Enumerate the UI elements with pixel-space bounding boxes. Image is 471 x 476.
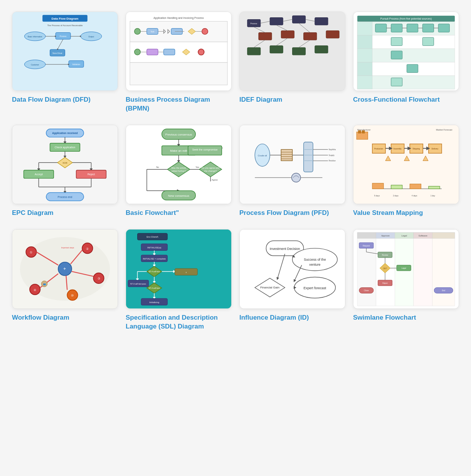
svg-rect-185 xyxy=(372,183,384,189)
card-influence[interactable]: Investment Decision Success of the ventu… xyxy=(239,229,345,331)
svg-text:INITIALISE = complete: INITIALISE = complete xyxy=(143,258,166,260)
card-label-dfd: Data Flow Diagram (DFD) xyxy=(12,96,118,104)
svg-rect-80 xyxy=(407,24,418,32)
card-label-vsm: Value Stream Mapping xyxy=(353,209,459,218)
card-pfd[interactable]: Crude oil Naphtha Supply Residue xyxy=(239,125,345,218)
svg-text:No: No xyxy=(156,166,159,168)
svg-text:Store Driver: Store Driver xyxy=(52,52,62,54)
svg-text:Pursuit Process (from five pot: Pursuit Process (from five potential sou… xyxy=(380,17,432,20)
svg-rect-24 xyxy=(130,62,227,85)
card-workflow[interactable]: ✈ ① ② ③ ⑩ ④ 👥 Important steps Workflow D… xyxy=(12,229,118,331)
svg-text:Market Forecast: Market Forecast xyxy=(436,129,452,131)
svg-rect-87 xyxy=(391,78,402,86)
svg-text:④: ④ xyxy=(34,288,36,292)
svg-rect-34 xyxy=(164,49,175,55)
svg-text:INITIALISE(a): INITIALISE(a) xyxy=(147,246,161,249)
svg-text:End: End xyxy=(442,290,445,292)
card-bpmn[interactable]: Application Handling and Invoicing Proce… xyxy=(126,12,232,113)
thumbnail-basic: Previous consensus Make an edit Implemen… xyxy=(126,125,232,204)
svg-rect-187 xyxy=(410,184,421,189)
svg-text:②: ② xyxy=(86,247,89,251)
svg-text:Production: Production xyxy=(374,148,384,150)
svg-rect-188 xyxy=(429,186,440,189)
svg-text:1 day: 1 day xyxy=(431,195,435,197)
card-label-sdl: Specification and Description Language (… xyxy=(126,313,232,331)
svg-text:Request: Request xyxy=(363,245,370,247)
svg-text:Agree: Agree xyxy=(212,179,218,181)
svg-text:Review: Review xyxy=(382,254,388,256)
card-basic[interactable]: Previous consensus Make an edit Implemen… xyxy=(126,125,232,218)
svg-point-31 xyxy=(202,28,208,35)
svg-text:venture: venture xyxy=(309,263,320,267)
svg-rect-47 xyxy=(315,18,328,25)
svg-rect-255 xyxy=(357,233,376,239)
svg-text:Shipping: Shipping xyxy=(412,148,420,150)
svg-rect-265 xyxy=(395,239,414,306)
svg-text:Output: Output xyxy=(88,36,94,38)
svg-text:Expert forecast: Expert forecast xyxy=(303,286,326,290)
card-idef[interactable]: Process IDEF Diagram xyxy=(239,12,345,113)
svg-text:Naphtha: Naphtha xyxy=(329,149,336,151)
svg-rect-266 xyxy=(414,239,432,306)
svg-text:Close: Close xyxy=(364,290,369,292)
svg-rect-186 xyxy=(391,185,402,189)
thumbnail-sdl: Env:ClientA INITIALISE(a) INITIALISE = c… xyxy=(126,229,232,308)
svg-text:Investment Decision: Investment Decision xyxy=(270,247,300,251)
card-label-idef: IDEF Diagram xyxy=(239,96,345,104)
svg-point-32 xyxy=(135,49,141,55)
svg-rect-51 xyxy=(326,31,339,38)
svg-text:👥: 👥 xyxy=(43,283,46,286)
card-label-bpmn: Business Process Diagram (BPMN) xyxy=(126,96,232,113)
svg-text:Software: Software xyxy=(419,235,427,237)
svg-text:NT-A self-test pass: NT-A self-test pass xyxy=(130,283,146,285)
svg-rect-267 xyxy=(432,239,455,306)
svg-text:NT-A self-test: NT-A self-test xyxy=(149,287,160,289)
svg-rect-74 xyxy=(357,35,372,49)
thumbnail-influence: Investment Decision Success of the ventu… xyxy=(239,229,345,308)
svg-rect-263 xyxy=(357,239,376,306)
svg-rect-48 xyxy=(259,32,272,40)
svg-rect-84 xyxy=(422,37,434,45)
diagram-grid: Data Flow Diagram The Process of Account… xyxy=(12,12,459,331)
svg-text:✈: ✈ xyxy=(64,267,67,271)
svg-text:Application received: Application received xyxy=(52,132,77,135)
svg-rect-46 xyxy=(293,16,306,23)
svg-text:OK?: OK? xyxy=(383,268,387,270)
svg-rect-154 xyxy=(304,142,313,172)
card-dfd[interactable]: Data Flow Diagram The Process of Account… xyxy=(12,12,118,113)
thumbnail-swimlane: Approve Legal Software Request Review OK… xyxy=(353,229,459,308)
card-epc[interactable]: Application received Check application X… xyxy=(12,125,118,218)
svg-text:Data Flow Diagram: Data Flow Diagram xyxy=(52,17,79,20)
svg-rect-144 xyxy=(240,125,345,204)
card-label-epc: EPC Diagram xyxy=(12,209,118,218)
svg-text:Validation: Validation xyxy=(72,64,80,65)
card-sdl[interactable]: Env:ClientA INITIALISE(a) INITIALISE = c… xyxy=(126,229,232,331)
card-label-swimlane: Swimlane Flowchart xyxy=(353,313,459,322)
svg-text:edited further?: edited further? xyxy=(172,170,186,172)
svg-rect-49 xyxy=(281,31,294,38)
card-label-influence: Influence Diagram (ID) xyxy=(239,313,345,322)
card-cross[interactable]: Pursuit Process (from five potential sou… xyxy=(353,12,459,113)
svg-rect-86 xyxy=(407,64,418,72)
thumbnail-vsm: Manufacturer Market Forecast Production … xyxy=(353,125,459,204)
svg-text:Legal: Legal xyxy=(402,267,406,269)
svg-text:5 days: 5 days xyxy=(374,195,380,197)
svg-text:The Process of Account Receiva: The Process of Account Receivable xyxy=(47,24,82,27)
svg-rect-262 xyxy=(432,233,455,239)
svg-rect-73 xyxy=(357,22,372,35)
svg-text:Check application: Check application xyxy=(55,146,76,149)
svg-rect-171 xyxy=(358,131,361,134)
svg-rect-172 xyxy=(362,131,365,134)
svg-rect-81 xyxy=(422,24,434,32)
svg-text:2 days: 2 days xyxy=(393,195,399,197)
svg-text:Initialising: Initialising xyxy=(149,301,159,303)
thumbnail-workflow: ✈ ① ② ③ ⑩ ④ 👥 Important steps xyxy=(12,229,118,308)
svg-text:③: ③ xyxy=(98,277,100,281)
card-vsm[interactable]: Manufacturer Market Forecast Production … xyxy=(353,125,459,218)
svg-text:Important steps: Important steps xyxy=(61,247,74,249)
svg-text:⑩: ⑩ xyxy=(71,294,74,297)
card-swimlane[interactable]: Approve Legal Software Request Review OK… xyxy=(353,229,459,331)
svg-text:Reject: Reject xyxy=(382,282,388,284)
svg-point-164 xyxy=(292,173,301,182)
svg-rect-85 xyxy=(391,51,402,59)
